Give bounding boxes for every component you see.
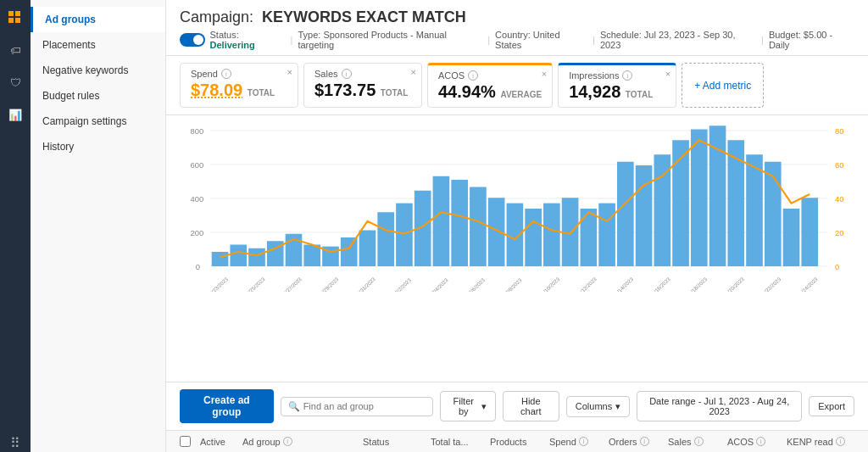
sidebar-item-campaign-settings[interactable]: Campaign settings: [31, 109, 165, 134]
svg-text:8/20/2023: 8/20/2023: [724, 276, 745, 292]
sidebar: Ad groups Placements Negative keywords B…: [31, 0, 166, 452]
svg-text:8/18/2023: 8/18/2023: [687, 276, 709, 292]
spend-close-btn[interactable]: ×: [287, 67, 292, 77]
metric-acos: ACOS i × 44.94% AVERAGE: [427, 63, 553, 108]
acos-col-info-icon: i: [756, 437, 765, 446]
metrics-bar: Spend i × $78.09 TOTAL Sales i × $173.75…: [166, 56, 868, 115]
sidebar-item-negative-keywords[interactable]: Negative keywords: [31, 58, 165, 83]
search-input[interactable]: [303, 401, 422, 411]
svg-text:7/23/2023: 7/23/2023: [208, 276, 229, 292]
main-content: Campaign: KEYWORDS EXACT MATCH Status: D…: [166, 0, 868, 452]
chart-container: 800 600 400 200 0 80 60 40 20 0 7/23/202…: [180, 122, 854, 292]
search-box[interactable]: 🔍: [281, 397, 433, 416]
col-status: Status: [363, 437, 431, 447]
svg-text:600: 600: [191, 161, 204, 170]
sales-col-info-icon: i: [694, 437, 704, 446]
col-spend[interactable]: Spend i: [549, 437, 609, 447]
svg-rect-45: [691, 130, 708, 267]
header: Campaign: KEYWORDS EXACT MATCH Status: D…: [166, 0, 868, 56]
svg-rect-42: [636, 165, 653, 266]
svg-text:8/16/2023: 8/16/2023: [650, 276, 671, 292]
col-sales[interactable]: Sales i: [668, 437, 727, 447]
svg-text:8/10/2023: 8/10/2023: [540, 276, 561, 292]
svg-rect-34: [488, 198, 505, 266]
svg-text:0: 0: [835, 263, 839, 271]
impressions-close-btn[interactable]: ×: [665, 69, 670, 79]
spend-info-icon[interactable]: i: [221, 69, 231, 79]
svg-text:8/6/2023: 8/6/2023: [467, 276, 487, 292]
svg-rect-33: [470, 187, 487, 267]
sidebar-item-history[interactable]: History: [31, 134, 165, 159]
filter-by-button[interactable]: Filter by ▾: [440, 391, 496, 421]
create-ad-group-button[interactable]: Create ad group: [180, 389, 274, 423]
grid-icon[interactable]: [6, 8, 25, 27]
shield-icon[interactable]: 🛡: [6, 73, 25, 92]
svg-rect-41: [617, 162, 634, 266]
select-all-checkbox[interactable]: [180, 436, 191, 447]
col-adgroup[interactable]: Ad group i: [242, 437, 363, 447]
svg-rect-3: [15, 18, 20, 23]
svg-rect-31: [433, 176, 450, 266]
add-metric-button[interactable]: + Add metric: [682, 63, 764, 108]
metric-sales: Sales i × $173.75 TOTAL: [303, 63, 422, 108]
hide-chart-button[interactable]: Hide chart: [503, 391, 559, 421]
spend-col-info-icon: i: [579, 437, 588, 446]
svg-rect-36: [525, 209, 542, 266]
svg-rect-48: [746, 154, 763, 266]
svg-rect-1: [15, 11, 20, 16]
status-bar: Status: Delivering | Type: Sponsored Pro…: [180, 30, 854, 50]
svg-text:0: 0: [196, 263, 200, 271]
dots-icon[interactable]: ⠿: [6, 433, 25, 452]
svg-rect-32: [451, 180, 468, 266]
svg-text:8/12/2023: 8/12/2023: [576, 276, 598, 292]
spend-value: $78.09 TOTAL: [191, 81, 287, 100]
svg-text:8/14/2023: 8/14/2023: [614, 276, 635, 292]
svg-text:8/24/2023: 8/24/2023: [798, 276, 819, 292]
svg-rect-28: [377, 212, 394, 266]
svg-text:20: 20: [835, 229, 843, 237]
svg-text:8/4/2023: 8/4/2023: [430, 276, 449, 292]
sales-close-btn[interactable]: ×: [411, 67, 416, 77]
metric-spend: Spend i × $78.09 TOTAL: [180, 63, 298, 108]
page-title: Campaign: KEYWORDS EXACT MATCH: [180, 8, 854, 26]
chart-area: 800 600 400 200 0 80 60 40 20 0 7/23/202…: [166, 115, 868, 382]
col-kenp[interactable]: KENP read i: [787, 437, 854, 447]
svg-rect-20: [230, 245, 247, 267]
svg-rect-40: [598, 204, 615, 266]
svg-rect-51: [801, 198, 818, 266]
svg-text:800: 800: [191, 127, 204, 136]
sidebar-item-placements[interactable]: Placements: [31, 32, 165, 58]
sales-info-icon[interactable]: i: [342, 69, 352, 79]
date-range-button[interactable]: Date range - Jul 1, 2023 - Aug 24, 2023: [637, 391, 802, 421]
svg-text:7/27/2023: 7/27/2023: [281, 276, 303, 292]
svg-text:60: 60: [835, 161, 843, 170]
tag-icon[interactable]: 🏷: [6, 41, 25, 59]
sales-value: $173.75 TOTAL: [314, 81, 411, 100]
col-orders[interactable]: Orders i: [609, 437, 668, 447]
svg-text:7/29/2023: 7/29/2023: [319, 276, 340, 292]
export-button[interactable]: Export: [809, 396, 854, 416]
col-active: Active: [200, 437, 242, 447]
impressions-info-icon[interactable]: i: [622, 70, 632, 81]
sidebar-item-budget-rules[interactable]: Budget rules: [31, 83, 165, 109]
toolbar: Create ad group 🔍 Filter by ▾ Hide chart…: [166, 382, 868, 430]
svg-rect-26: [341, 237, 358, 266]
adgroup-info-icon: i: [283, 437, 292, 446]
columns-chevron-icon: ▾: [615, 401, 620, 412]
sidebar-item-ad-groups[interactable]: Ad groups: [31, 7, 165, 32]
search-icon: 🔍: [288, 401, 300, 412]
svg-text:80: 80: [835, 127, 843, 136]
chart-icon[interactable]: 📊: [6, 105, 25, 124]
columns-button[interactable]: Columns ▾: [566, 396, 630, 417]
acos-info-icon[interactable]: i: [468, 70, 478, 81]
col-acos[interactable]: ACOS i: [727, 437, 787, 447]
svg-text:7/25/2023: 7/25/2023: [245, 276, 266, 292]
status-toggle[interactable]: [180, 33, 205, 47]
svg-rect-37: [543, 204, 560, 266]
toggle-knob: [193, 35, 203, 45]
acos-close-btn[interactable]: ×: [542, 69, 547, 79]
icon-bar: 🏷 🛡 📊 ⠿: [0, 0, 31, 452]
svg-text:200: 200: [191, 229, 204, 237]
svg-text:40: 40: [835, 195, 843, 204]
filter-chevron-icon: ▾: [481, 401, 487, 412]
